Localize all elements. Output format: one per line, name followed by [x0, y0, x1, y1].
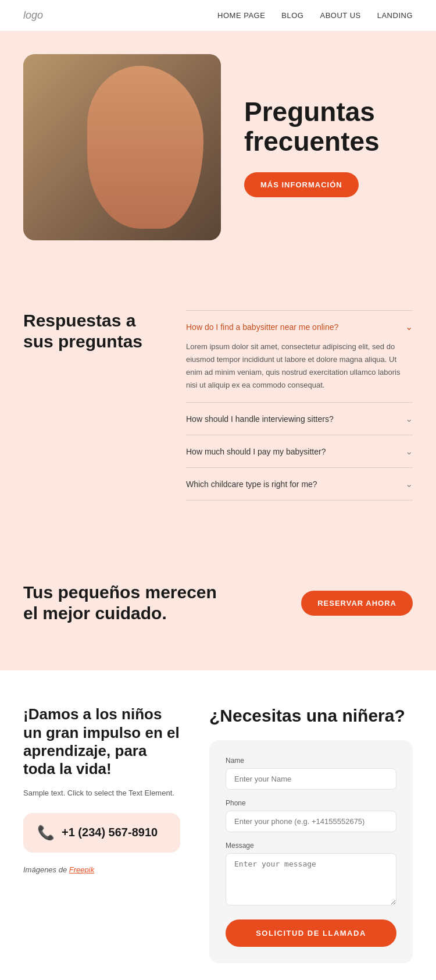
faq-item-2: How should I handle interviewing sitters… [186, 403, 413, 435]
faq-answer-1: Lorem ipsum dolor sit amet, consectetur … [186, 340, 413, 392]
message-label: Message [226, 841, 396, 850]
submit-button[interactable]: SOLICITUD DE LLAMADA [226, 919, 396, 947]
contact-left-text: Sample text. Click to select the Text El… [23, 787, 180, 799]
cta-section: Tus pequeños merecen el mejor cuidado. R… [0, 547, 436, 670]
name-label: Name [226, 757, 396, 765]
hero-title: Preguntas frecuentes [244, 97, 413, 156]
hero-text: Preguntas frecuentes MÁS INFORMACIÓN [244, 97, 413, 197]
faq-chevron-4: ⌄ [405, 478, 413, 489]
hero-cta-button[interactable]: MÁS INFORMACIÓN [244, 172, 359, 197]
faq-question-1[interactable]: How do I find a babysitter near me onlin… [186, 321, 413, 332]
phone-input[interactable] [226, 811, 396, 832]
contact-right-title: ¿Necesitas una niñera? [209, 705, 413, 726]
contact-right: ¿Necesitas una niñera? Name Phone Messag… [209, 705, 413, 963]
phone-card: 📞 +1 (234) 567-8910 [23, 813, 180, 853]
phone-label: Phone [226, 799, 396, 807]
faq-section-title: Respuestas a sus preguntas [23, 310, 151, 352]
faq-question-text-4: Which childcare type is right for me? [186, 480, 317, 489]
nav-blog[interactable]: BLOG [281, 11, 303, 20]
nav-about[interactable]: ABOUT US [320, 11, 360, 20]
form-group-phone: Phone [226, 799, 396, 832]
phone-icon: 📞 [37, 825, 55, 841]
faq-chevron-1: ⌄ [405, 321, 413, 332]
contact-left: ¡Damos a los niños un gran impulso en el… [23, 705, 180, 963]
faq-item-3: How much should I pay my babysitter? ⌄ [186, 435, 413, 468]
faq-question-4[interactable]: Which childcare type is right for me? ⌄ [186, 478, 413, 489]
name-input[interactable] [226, 768, 396, 790]
faq-section: Respuestas a sus preguntas How do I find… [0, 275, 436, 547]
credit-text: Imágenes de [23, 865, 69, 874]
faq-question-text-3: How much should I pay my babysitter? [186, 447, 326, 456]
contact-left-title: ¡Damos a los niños un gran impulso en el… [23, 705, 180, 778]
form-group-name: Name [226, 757, 396, 790]
cta-button[interactable]: RESERVAR AHORA [301, 591, 413, 616]
faq-question-text-1: How do I find a babysitter near me onlin… [186, 322, 338, 332]
form-group-message: Message [226, 841, 396, 908]
faq-question-3[interactable]: How much should I pay my babysitter? ⌄ [186, 446, 413, 457]
faq-heading-container: Respuestas a sus preguntas [23, 310, 151, 500]
hero-section: Preguntas frecuentes MÁS INFORMACIÓN [0, 31, 436, 275]
nav-links: HOME PAGE BLOG ABOUT US LANDING [217, 11, 413, 20]
nav-landing[interactable]: LANDING [377, 11, 413, 20]
freepik-link[interactable]: Freepik [69, 865, 94, 874]
phone-number: +1 (234) 567-8910 [62, 826, 158, 839]
navbar: logo HOME PAGE BLOG ABOUT US LANDING [0, 0, 436, 31]
contact-form-card: Name Phone Message SOLICITUD DE LLAMADA [209, 740, 413, 963]
message-textarea[interactable] [226, 853, 396, 906]
faq-item-1: How do I find a babysitter near me onlin… [186, 310, 413, 403]
faq-chevron-2: ⌄ [405, 413, 413, 424]
freepik-credit: Imágenes de Freepik [23, 864, 180, 876]
contact-section: ¡Damos a los niños un gran impulso en el… [0, 670, 436, 980]
faq-list: How do I find a babysitter near me onlin… [186, 310, 413, 500]
cta-text: Tus pequeños merecen el mejor cuidado. [23, 582, 221, 624]
faq-item-4: Which childcare type is right for me? ⌄ [186, 468, 413, 500]
hero-image [23, 54, 221, 240]
faq-question-2[interactable]: How should I handle interviewing sitters… [186, 413, 413, 424]
faq-question-text-2: How should I handle interviewing sitters… [186, 414, 334, 424]
logo: logo [23, 9, 43, 22]
nav-home[interactable]: HOME PAGE [217, 11, 265, 20]
faq-chevron-3: ⌄ [405, 446, 413, 457]
